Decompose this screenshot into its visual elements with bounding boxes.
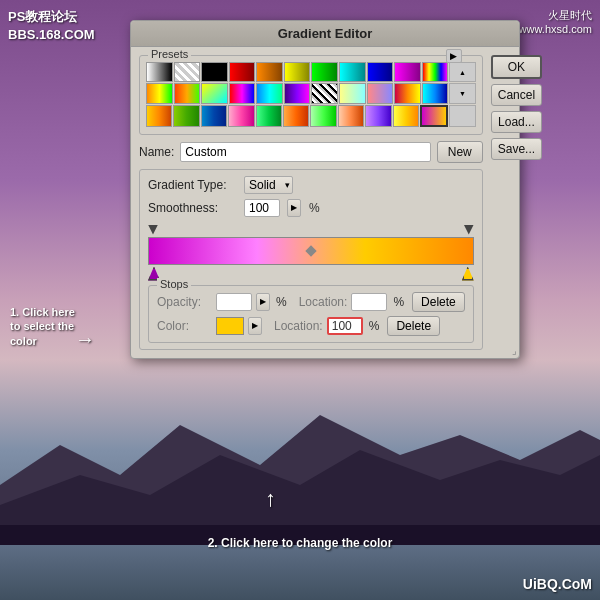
smoothness-row: Smoothness: 100 ▶ % bbox=[148, 199, 474, 217]
gradient-options: Gradient Type: Solid ▾ Smoothness: 100 ▶… bbox=[139, 169, 483, 350]
preset-32[interactable] bbox=[338, 105, 364, 127]
color-delete-button[interactable]: Delete bbox=[387, 316, 440, 336]
preset-29[interactable] bbox=[256, 105, 282, 127]
watermark-bottom-right: UiBQ.CoM bbox=[523, 576, 592, 592]
opacity-location-unit: % bbox=[393, 295, 404, 309]
gradient-type-arrow-icon: ▾ bbox=[285, 180, 290, 190]
name-input[interactable]: Custom bbox=[180, 142, 430, 162]
opacity-input[interactable] bbox=[216, 293, 252, 311]
new-button[interactable]: New bbox=[437, 141, 483, 163]
preset-4[interactable] bbox=[229, 62, 256, 82]
preset-27[interactable] bbox=[201, 105, 227, 127]
preset-34[interactable] bbox=[393, 105, 419, 127]
preset-20[interactable] bbox=[339, 83, 366, 103]
preset-7[interactable] bbox=[311, 62, 338, 82]
annotation-bottom: 2. Click here to change the color bbox=[208, 536, 393, 550]
gradient-bar-container bbox=[148, 225, 474, 281]
preset-30[interactable] bbox=[283, 105, 309, 127]
smoothness-input[interactable]: 100 bbox=[244, 199, 280, 217]
save-button[interactable]: Save... bbox=[491, 138, 542, 160]
presets-row-3 bbox=[146, 105, 476, 127]
opacity-stop-left[interactable] bbox=[148, 225, 158, 235]
preset-5[interactable] bbox=[256, 62, 283, 82]
background-mountains bbox=[0, 385, 600, 545]
preset-scroll3[interactable] bbox=[449, 105, 475, 127]
arrow-bottom-icon: ↑ bbox=[265, 486, 276, 512]
dialog-title: Gradient Editor bbox=[278, 26, 373, 41]
preset-21[interactable] bbox=[367, 83, 394, 103]
gradient-type-row: Gradient Type: Solid ▾ bbox=[148, 176, 474, 194]
opacity-unit: % bbox=[276, 295, 287, 309]
preset-9[interactable] bbox=[367, 62, 394, 82]
ok-button[interactable]: OK bbox=[491, 55, 542, 79]
preset-10[interactable] bbox=[394, 62, 421, 82]
dialog-titlebar: Gradient Editor bbox=[131, 21, 519, 47]
load-button[interactable]: Load... bbox=[491, 111, 542, 133]
name-row: Name: Custom New bbox=[139, 141, 483, 163]
opacity-label: Opacity: bbox=[157, 295, 212, 309]
opacity-stops-row: Opacity: ▶ % Location: % Delete bbox=[157, 292, 465, 312]
smoothness-stepper[interactable]: ▶ bbox=[287, 199, 301, 217]
preset-26[interactable] bbox=[173, 105, 199, 127]
preset-23[interactable] bbox=[422, 83, 449, 103]
preset-scroll[interactable]: ▲ bbox=[449, 62, 476, 82]
gradient-type-label: Gradient Type: bbox=[148, 178, 238, 192]
presets-section: Presets ▶ ▲ bbox=[139, 55, 483, 135]
opacity-location-label: Location: bbox=[299, 295, 348, 309]
arrow-left-icon: → bbox=[75, 328, 95, 351]
gradient-bar[interactable] bbox=[148, 237, 474, 265]
color-stops-row bbox=[148, 267, 474, 281]
preset-33[interactable] bbox=[365, 105, 391, 127]
color-location-input[interactable]: 100 bbox=[327, 317, 363, 335]
cancel-button[interactable]: Cancel bbox=[491, 84, 542, 106]
stops-section: Stops Opacity: ▶ % Location: % Delete Co… bbox=[148, 285, 474, 343]
preset-1[interactable] bbox=[146, 62, 173, 82]
watermark-top-right: 火星时代 www.hxsd.com bbox=[519, 8, 592, 35]
preset-11[interactable] bbox=[422, 62, 449, 82]
color-arrow-button[interactable]: ▶ bbox=[248, 317, 262, 335]
dialog-buttons: OK Cancel Load... Save... bbox=[491, 55, 542, 350]
stops-label: Stops bbox=[157, 278, 191, 290]
preset-17[interactable] bbox=[256, 83, 283, 103]
preset-selected[interactable] bbox=[420, 105, 448, 127]
color-stop-right[interactable] bbox=[462, 267, 474, 281]
preset-19[interactable] bbox=[311, 83, 338, 103]
preset-18[interactable] bbox=[284, 83, 311, 103]
preset-31[interactable] bbox=[310, 105, 336, 127]
opacity-stops-row bbox=[148, 225, 474, 235]
presets-row-2: ▼ bbox=[146, 83, 476, 103]
opacity-stepper[interactable]: ▶ bbox=[256, 293, 270, 311]
preset-25[interactable] bbox=[146, 105, 172, 127]
preset-13[interactable] bbox=[146, 83, 173, 103]
color-swatch[interactable] bbox=[216, 317, 244, 335]
preset-scroll2[interactable]: ▼ bbox=[449, 83, 476, 103]
preset-14[interactable] bbox=[174, 83, 201, 103]
name-label: Name: bbox=[139, 145, 174, 159]
opacity-delete-button[interactable]: Delete bbox=[412, 292, 465, 312]
color-location-label: Location: bbox=[274, 319, 323, 333]
presets-options-button[interactable]: ▶ bbox=[446, 49, 462, 63]
midpoint-diamond[interactable] bbox=[305, 245, 316, 256]
preset-6[interactable] bbox=[284, 62, 311, 82]
opacity-stop-right[interactable] bbox=[464, 225, 474, 235]
preset-15[interactable] bbox=[201, 83, 228, 103]
opacity-location-input[interactable] bbox=[351, 293, 387, 311]
annotation-left: 1. Click hereto select thecolor bbox=[10, 305, 80, 348]
presets-row-1: ▲ bbox=[146, 62, 476, 82]
gradient-type-select[interactable]: Solid ▾ bbox=[244, 176, 293, 194]
gradient-editor-dialog: Gradient Editor Presets ▶ bbox=[130, 20, 520, 359]
preset-22[interactable] bbox=[394, 83, 421, 103]
watermark-top-left: PS教程论坛 BBS.168.COM bbox=[8, 8, 95, 44]
resize-handle[interactable]: ⌟ bbox=[512, 345, 517, 356]
color-label: Color: bbox=[157, 319, 212, 333]
preset-16[interactable] bbox=[229, 83, 256, 103]
preset-2[interactable] bbox=[174, 62, 201, 82]
preset-3[interactable] bbox=[201, 62, 228, 82]
presets-label: Presets bbox=[148, 48, 191, 60]
color-location-unit: % bbox=[369, 319, 380, 333]
preset-8[interactable] bbox=[339, 62, 366, 82]
color-stops-row: Color: ▶ Location: 100 % Delete bbox=[157, 316, 465, 336]
preset-28[interactable] bbox=[228, 105, 254, 127]
smoothness-label: Smoothness: bbox=[148, 201, 238, 215]
